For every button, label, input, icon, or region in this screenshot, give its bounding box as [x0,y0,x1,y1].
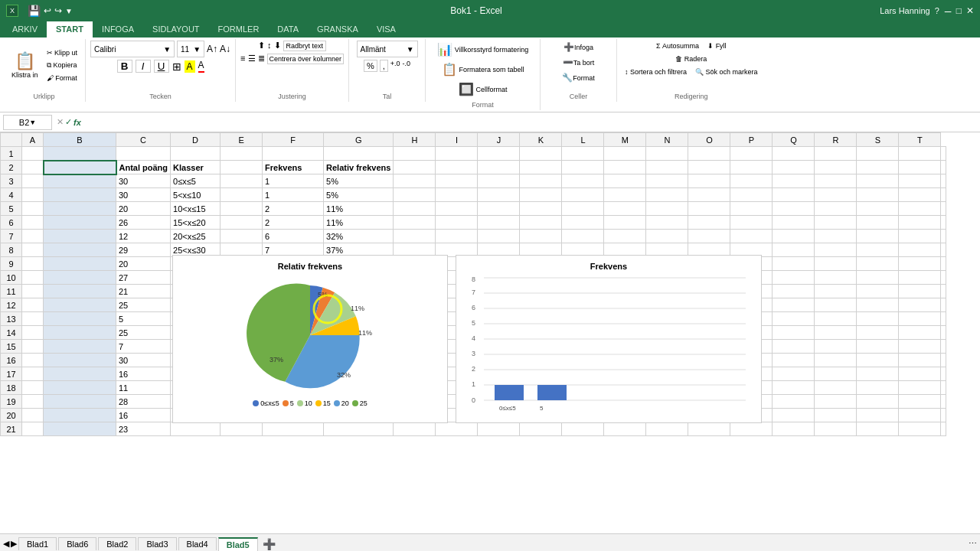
cell-@5[interactable] [22,202,44,216]
cell-T9[interactable] [941,257,946,271]
cell-@2[interactable] [22,161,44,174]
comma-button[interactable]: , [380,60,388,72]
cell-T1[interactable] [941,147,946,161]
cell-R20[interactable] [857,409,899,422]
sheet-tab-blad3[interactable]: Blad3 [138,537,176,550]
cell-M8[interactable] [646,243,688,257]
cell-O4[interactable] [730,188,773,202]
cell-J4[interactable] [520,188,562,202]
cell-C19[interactable] [171,395,220,409]
cell-D14[interactable] [220,326,263,340]
cell-R1[interactable] [857,147,899,161]
cell-reference-box[interactable]: B2 ▼ [3,115,52,130]
cell-D3[interactable] [220,174,263,188]
insert-function-icon[interactable]: fx [74,118,81,127]
cell-Q5[interactable] [815,202,857,216]
cell-I21[interactable] [478,422,520,436]
cell-H6[interactable] [436,216,478,230]
cell-H13[interactable] [436,312,478,326]
cell-A4[interactable] [44,188,116,202]
cell-A3[interactable] [44,174,116,188]
row-header-3[interactable]: 3 [1,174,22,188]
cell-M1[interactable] [646,147,688,161]
cell-F14[interactable] [324,326,394,340]
cell-B16[interactable]: 30 [116,354,171,367]
col-header-H[interactable]: H [394,133,436,147]
cell-S20[interactable] [899,409,941,422]
cell-ref-dropdown[interactable]: ▼ [29,119,36,126]
col-header-I[interactable]: I [436,133,478,147]
cell-B14[interactable]: 25 [116,326,171,340]
cell-F7[interactable]: 32% [324,230,394,243]
cell-O18[interactable] [730,381,773,395]
cell-@1[interactable] [22,147,44,161]
tab-granska[interactable]: GRANSKA [308,21,368,37]
cell-L18[interactable] [604,381,646,395]
cell-G15[interactable] [394,340,436,354]
cell-M7[interactable] [646,230,688,243]
cell-T13[interactable] [941,312,946,326]
save-icon[interactable]: 💾 [28,5,41,17]
cell-R15[interactable] [857,340,899,354]
cell-G18[interactable] [394,381,436,395]
col-header-J[interactable]: J [478,133,520,147]
cell-H10[interactable] [436,271,478,285]
wrap-text-button[interactable]: Radbryt text [283,41,327,51]
cell-K8[interactable] [562,243,604,257]
cell-K1[interactable] [562,147,604,161]
cell-L7[interactable] [604,230,646,243]
cell-@20[interactable] [22,409,44,422]
cell-J5[interactable] [520,202,562,216]
cell-H2[interactable] [436,161,478,174]
cell-N10[interactable] [688,271,730,285]
cell-D2[interactable] [220,161,263,174]
cell-A1[interactable] [44,147,116,161]
cell-N5[interactable] [688,202,730,216]
cell-T12[interactable] [941,298,946,312]
cell-S6[interactable] [899,216,941,230]
number-format-selector[interactable]: Allmänt ▼ [357,41,418,57]
cell-@8[interactable] [22,243,44,257]
cell-O20[interactable] [730,409,773,422]
col-header-O[interactable]: O [688,133,730,147]
cell-K9[interactable] [562,257,604,271]
undo-icon[interactable]: ↩ [44,5,51,16]
font-size-increase-icon[interactable]: A↑ [207,44,217,54]
cell-N13[interactable] [688,312,730,326]
cell-P5[interactable] [773,202,815,216]
cell-N17[interactable] [688,367,730,381]
cell-F1[interactable] [324,147,394,161]
tab-start[interactable]: START [47,21,93,37]
cell-E4[interactable]: 1 [263,188,324,202]
cell-E15[interactable] [263,340,324,354]
cell-D8[interactable] [220,243,263,257]
cell-J19[interactable] [520,395,562,409]
cell-F2[interactable]: Relativ frekvens [324,161,394,174]
cell-@13[interactable] [22,312,44,326]
cell-E21[interactable] [263,422,324,436]
cell-S1[interactable] [899,147,941,161]
col-header-R[interactable]: R [815,133,857,147]
sheet-tab-blad6[interactable]: Blad6 [58,537,96,550]
format-cells-button[interactable]: 🔧 Format [559,71,598,84]
cell-M21[interactable] [646,422,688,436]
cell-D4[interactable] [220,188,263,202]
cell-T3[interactable] [941,174,946,188]
cell-J18[interactable] [520,381,562,395]
cell-@7[interactable] [22,230,44,243]
cell-R9[interactable] [857,257,899,271]
cell-C5[interactable]: 10<x≤15 [171,202,220,216]
cell-R7[interactable] [857,230,899,243]
cell-E8[interactable]: 7 [263,243,324,257]
restore-icon[interactable]: □ [956,5,962,16]
cell-L10[interactable] [604,271,646,285]
cell-M19[interactable] [646,395,688,409]
fill-color-icon[interactable]: A [185,60,195,73]
cell-K15[interactable] [562,340,604,354]
cell-L1[interactable] [604,147,646,161]
cell-F16[interactable] [324,354,394,367]
find-select-button[interactable]: 🔍 Sök och markera [692,67,761,77]
cell-@17[interactable] [22,367,44,381]
cell-T15[interactable] [941,340,946,354]
cell-D17[interactable] [220,367,263,381]
